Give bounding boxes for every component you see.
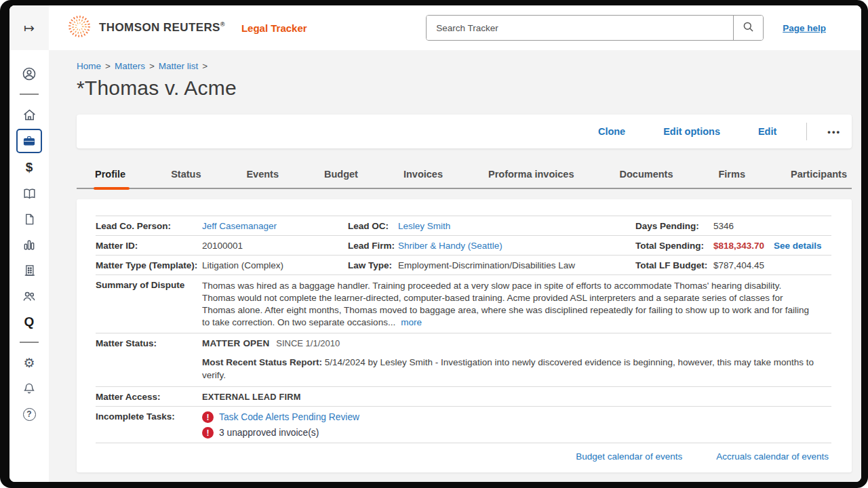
status-report-line: Most Recent Status Report: 5/14/2024 by …: [202, 357, 831, 382]
sidebar-collapse-area: ↦: [9, 5, 49, 50]
clone-button[interactable]: Clone: [598, 126, 625, 137]
edit-options-button[interactable]: Edit options: [663, 126, 720, 137]
task-code-alerts-link[interactable]: Task Code Alerts Pending Review: [219, 412, 359, 422]
sidebar-item-settings[interactable]: ⚙: [16, 351, 42, 374]
tab-invoices[interactable]: Invoices: [403, 166, 443, 188]
gear-icon: ⚙: [23, 357, 35, 369]
briefcase-icon: [22, 134, 36, 148]
profile-fields: Lead Co. Person: Jeff Casemanager Lead O…: [96, 216, 831, 443]
profile-row-3: Matter Type (Template): Litigation (Comp…: [96, 256, 831, 275]
expand-sidebar-icon[interactable]: ↦: [24, 20, 35, 36]
summary-label: Summary of Dispute: [96, 280, 202, 290]
incomplete-tasks-list: ! Task Code Alerts Pending Review ! 3 un…: [202, 411, 359, 439]
sidebar-icon-rail: $: [9, 50, 49, 428]
registered-mark: ®: [220, 21, 225, 28]
lead-co-person-label: Lead Co. Person:: [96, 221, 202, 231]
total-lf-budget-label: Total LF Budget:: [635, 260, 713, 270]
app-window: ↦: [9, 5, 861, 482]
tab-budget[interactable]: Budget: [324, 166, 358, 188]
profile-panel: Lead Co. Person: Jeff Casemanager Lead O…: [77, 199, 852, 472]
tab-participants[interactable]: Participants: [791, 166, 847, 188]
search-input[interactable]: [427, 16, 733, 40]
tab-proforma-invoices[interactable]: Proforma invoices: [488, 166, 574, 188]
lead-co-person-link[interactable]: Jeff Casemanager: [202, 221, 277, 231]
status-report-label: Most Recent Status Report:: [202, 357, 322, 367]
sidebar-item-account[interactable]: [16, 62, 42, 85]
matter-status-line: MATTER OPEN SINCE 1/1/2010: [202, 338, 831, 348]
more-link[interactable]: more: [401, 317, 422, 327]
search-bar: [426, 15, 764, 41]
question-icon: ?: [23, 408, 36, 421]
tab-events[interactable]: Events: [246, 166, 279, 188]
unapproved-invoices-text[interactable]: 3 unapproved invoice(s): [219, 428, 319, 438]
total-spending-value: $818,343.70: [713, 241, 764, 251]
sidebar-item-help[interactable]: ?: [16, 403, 42, 426]
lead-firm-label: Lead Firm:: [348, 241, 398, 251]
dollar-icon: $: [26, 160, 33, 175]
tab-status[interactable]: Status: [171, 166, 201, 188]
lead-firm-link[interactable]: Shriber & Handy (Seattle): [398, 241, 502, 251]
edit-button[interactable]: Edit: [758, 126, 776, 137]
matter-type-label: Matter Type (Template):: [96, 260, 202, 270]
search-icon: [742, 20, 755, 35]
accruals-calendar-link[interactable]: Accruals calendar of events: [716, 451, 829, 462]
summary-of-dispute-row: Summary of Dispute Thomas was hired as a…: [96, 275, 831, 333]
page-title: *Thomas v. Acme: [77, 77, 852, 100]
brand-lockup: THOMSON REUTERS®: [66, 14, 225, 42]
sidebar-item-firms[interactable]: [16, 259, 42, 282]
toolbar-divider: [806, 123, 807, 140]
alert-icon: !: [202, 427, 214, 439]
sidebar-divider: [20, 342, 39, 343]
matter-id-value: 20100001: [202, 241, 243, 251]
breadcrumb-matters[interactable]: Matters: [115, 61, 145, 71]
search-button[interactable]: [733, 16, 763, 40]
account-icon: [22, 66, 37, 81]
profile-row-1: Lead Co. Person: Jeff Casemanager Lead O…: [96, 216, 831, 236]
law-type-label: Law Type:: [348, 260, 398, 270]
sidebar-item-finance[interactable]: $: [16, 156, 42, 179]
sidebar-item-participants[interactable]: [16, 285, 42, 308]
matter-id-label: Matter ID:: [96, 241, 202, 251]
matter-access-row: Matter Access: EXTERNAL LEAD FIRM: [96, 387, 831, 407]
matter-since-text: SINCE 1/1/2010: [276, 338, 340, 348]
sidebar-item-home[interactable]: [16, 103, 42, 126]
task-item: ! Task Code Alerts Pending Review: [202, 411, 359, 423]
incomplete-tasks-row: Incomplete Tasks: ! Task Code Alerts Pen…: [96, 407, 831, 443]
sidebar-item-knowledge[interactable]: [16, 182, 42, 205]
summary-text: Thomas was hired as a baggage handler. T…: [202, 280, 831, 329]
sidebar-item-quick-search[interactable]: Q: [16, 310, 42, 333]
top-header: THOMSON REUTERS® Legal Tracker Page help: [49, 5, 861, 50]
window-frame: ↦: [0, 0, 868, 488]
page-help-link[interactable]: Page help: [783, 23, 826, 33]
matter-status-label: Matter Status:: [96, 338, 202, 348]
total-lf-budget-value: $787,404.45: [713, 260, 764, 270]
total-spending-label: Total Spending:: [635, 241, 713, 251]
matter-open-text: MATTER OPEN: [202, 338, 269, 348]
left-sidebar: ↦: [9, 5, 49, 482]
see-details-link[interactable]: See details: [774, 241, 822, 251]
q-icon: Q: [24, 314, 35, 329]
sidebar-item-documents[interactable]: [16, 207, 42, 230]
law-type-value: Employment-Discrimination/Disabilities L…: [398, 260, 575, 270]
breadcrumb-home[interactable]: Home: [77, 61, 101, 71]
sidebar-item-reports[interactable]: [16, 233, 42, 256]
bell-icon: [22, 382, 36, 395]
building-icon: [22, 264, 36, 277]
tab-firms[interactable]: Firms: [718, 166, 745, 188]
lead-oc-link[interactable]: Lesley Smith: [398, 221, 450, 231]
breadcrumb: Home>Matters>Matter list>: [77, 61, 852, 71]
breadcrumb-matter-list[interactable]: Matter list: [159, 61, 199, 71]
budget-calendar-link[interactable]: Budget calendar of events: [576, 451, 682, 462]
thomson-reuters-logo-icon: [66, 14, 92, 42]
product-name: Legal Tracker: [241, 22, 307, 34]
task-item: ! 3 unapproved invoice(s): [202, 427, 359, 439]
sidebar-item-notifications[interactable]: [16, 377, 42, 400]
matter-access-value: EXTERNAL LEAD FIRM: [202, 392, 301, 402]
matter-status-row: Matter Status: MATTER OPEN SINCE 1/1/201…: [96, 333, 831, 387]
sidebar-item-matters[interactable]: [16, 129, 42, 153]
tab-profile[interactable]: Profile: [95, 166, 125, 188]
tab-documents[interactable]: Documents: [620, 166, 673, 188]
content-area: Home>Matters>Matter list> *Thomas v. Acm…: [49, 50, 861, 482]
more-actions-button[interactable]: •••: [827, 127, 841, 137]
brand-name: THOMSON REUTERS®: [99, 21, 225, 35]
